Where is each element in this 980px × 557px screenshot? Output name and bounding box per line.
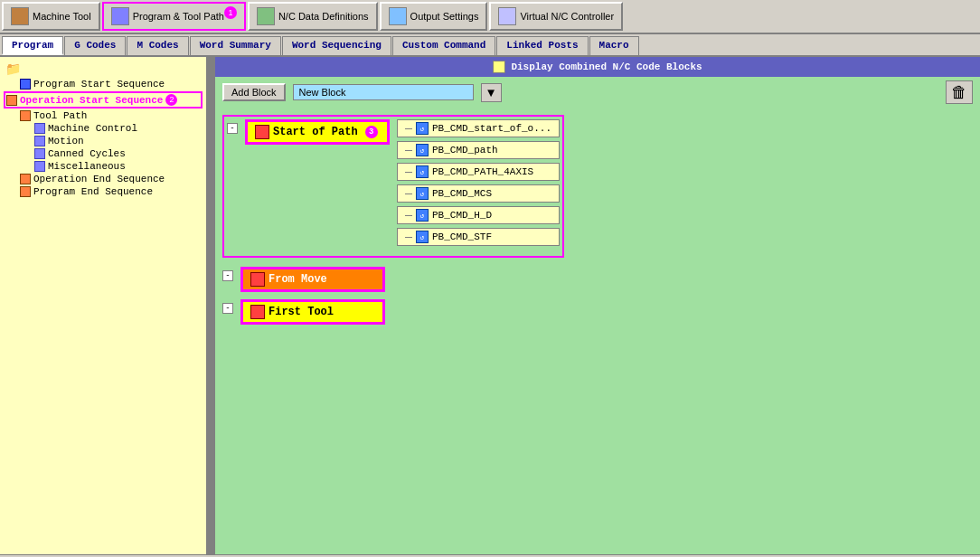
tab-gcodes[interactable]: G Codes [64, 36, 126, 55]
right-toolbar: Add Block ▼ 🗑 [215, 77, 980, 108]
virtual-nc-btn[interactable]: Virtual N/C Controller [489, 2, 623, 31]
tree-motion[interactable]: Motion [33, 135, 203, 147]
output-settings-btn[interactable]: Output Settings [380, 2, 488, 31]
cmd-start-of-o[interactable]: ↺ PB_CMD_start_of_o... [397, 119, 560, 137]
virtual-nc-label: Virtual N/C Controller [520, 11, 614, 22]
canned-cycles-icon [34, 148, 45, 159]
cmd-label-4: PB_CMD_MCS [432, 188, 492, 199]
cmd-stf[interactable]: ↺ PB_CMD_STF [397, 228, 560, 246]
cmd-label-1: PB_CMD_start_of_o... [432, 123, 551, 134]
program-tool-path-badge: 1 [224, 6, 237, 19]
tab-macro[interactable]: Macro [589, 36, 639, 55]
tab-linked-posts[interactable]: Linked Posts [496, 36, 588, 55]
tab-word-sequencing[interactable]: Word Sequencing [282, 36, 391, 55]
start-of-path-label[interactable]: Start of Path 3 [245, 119, 390, 145]
connector-line-3 [405, 172, 412, 173]
tree-operation-start-label: Operation Start Sequence [20, 95, 163, 106]
tab-custom-command[interactable]: Custom Command [392, 36, 495, 55]
tree-tool-path[interactable]: Tool Path [18, 109, 203, 122]
program-tool-path-label: Program & Tool Path [133, 11, 224, 22]
add-block-button[interactable]: Add Block [222, 83, 286, 101]
from-move-label[interactable]: From Move [240, 267, 385, 292]
machine-control-icon [34, 123, 45, 134]
tree-operation-start-highlighted[interactable]: Operation Start Sequence 2 [4, 91, 203, 109]
display-toggle[interactable] [493, 61, 505, 73]
tree-program-end-label: Program End Sequence [33, 186, 153, 197]
tree-canned-cycles[interactable]: Canned Cycles [33, 147, 203, 160]
tree-miscellaneous-label: Miscellaneous [48, 161, 126, 172]
machine-tool-label: Machine Tool [33, 11, 91, 22]
cmd-path[interactable]: ↺ PB_CMD_path [397, 141, 560, 159]
start-of-path-block-icon [255, 125, 269, 139]
tab-word-summary[interactable]: Word Summary [190, 36, 281, 55]
connector-line-2 [405, 150, 412, 151]
tool-path-icon [20, 110, 31, 121]
cmd-mcs[interactable]: ↺ PB_CMD_MCS [397, 184, 560, 203]
cmd-label-6: PB_CMD_STF [432, 231, 492, 242]
miscellaneous-icon [34, 161, 45, 172]
nc-data-label: N/C Data Definitions [278, 11, 369, 22]
panel-splitter[interactable] [208, 57, 215, 554]
tree-operation-end-label: Operation End Sequence [33, 174, 165, 184]
tree-canned-cycles-label: Canned Cycles [48, 148, 126, 159]
cmd-h-d[interactable]: ↺ PB_CMD_H_D [397, 206, 560, 224]
output-settings-label: Output Settings [410, 11, 479, 22]
program-tool-path-icon [111, 7, 129, 25]
machine-tool-btn[interactable]: Machine Tool [2, 2, 100, 31]
connector-line [405, 128, 412, 129]
op-start-icon [6, 95, 17, 106]
first-tool-label[interactable]: First Tool [240, 299, 385, 325]
start-of-path-badge: 3 [365, 126, 378, 138]
tree-motion-label: Motion [48, 136, 84, 146]
folder-icon: 📁 [5, 61, 21, 77]
cmd-icon-6: ↺ [416, 231, 429, 243]
machine-tool-icon [11, 7, 29, 25]
right-header-label: Display Combined N/C Code Blocks [511, 61, 702, 72]
nc-data-icon [257, 7, 275, 25]
new-block-input[interactable] [293, 84, 474, 100]
cmd-label-2: PB_CMD_path [432, 145, 498, 156]
tab-mcodes[interactable]: M Codes [127, 36, 188, 55]
trash-icon: 🗑 [951, 83, 967, 102]
tree-program-start[interactable]: Program Start Sequence [18, 78, 203, 90]
motion-icon [34, 136, 45, 146]
from-move-collapse[interactable]: - [222, 270, 233, 281]
tree-tool-path-label: Tool Path [33, 110, 87, 121]
output-settings-icon [389, 7, 407, 25]
connector-line-5 [405, 215, 412, 216]
connector-line-6 [405, 237, 412, 238]
start-of-path-text: Start of Path [273, 126, 358, 138]
tree-machine-control[interactable]: Machine Control [33, 122, 203, 135]
operation-end-icon [20, 174, 31, 184]
start-of-path-highlight: - Start of Path 3 ↺ PB_CMD_start_of_o... [222, 115, 564, 258]
from-move-section: - From Move [222, 267, 973, 292]
program-end-icon [20, 186, 31, 197]
from-move-block-icon [250, 272, 265, 287]
tree-operation-end[interactable]: Operation End Sequence [18, 173, 203, 185]
from-move-text: From Move [269, 273, 327, 286]
tree-program-end[interactable]: Program End Sequence [18, 185, 203, 198]
cmd-icon-2: ↺ [416, 144, 429, 156]
seq-icon [20, 79, 31, 90]
cmd-label-5: PB_CMD_H_D [432, 210, 492, 221]
tree-program-start-label: Program Start Sequence [33, 79, 165, 90]
main-area: 📁 Program Start Sequence Operation Start… [0, 57, 980, 554]
connector-line-4 [405, 194, 412, 194]
program-tool-path-btn[interactable]: Program & Tool Path 1 [102, 2, 246, 31]
cmd-label-3: PB_CMD_PATH_4AXIS [432, 166, 533, 177]
new-block-dropdown[interactable]: ▼ [481, 83, 502, 102]
cmd-icon-5: ↺ [416, 209, 429, 222]
tree-root[interactable]: 📁 [4, 61, 203, 78]
first-tool-block-icon [250, 305, 265, 319]
delete-button[interactable]: 🗑 [946, 80, 973, 104]
start-of-path-collapse[interactable]: - [227, 123, 238, 134]
cmd-icon-3: ↺ [416, 165, 429, 178]
left-panel: 📁 Program Start Sequence Operation Start… [0, 57, 208, 554]
cmd-path-4axis[interactable]: ↺ PB_CMD_PATH_4AXIS [397, 163, 560, 181]
first-tool-section: - First Tool [222, 299, 973, 325]
start-of-path-commands: ↺ PB_CMD_start_of_o... ↺ PB_CMD_path ↺ P… [397, 119, 560, 246]
first-tool-collapse[interactable]: - [222, 303, 233, 314]
tree-miscellaneous[interactable]: Miscellaneous [33, 160, 203, 173]
nc-data-btn[interactable]: N/C Data Definitions [248, 2, 378, 31]
tab-program[interactable]: Program [2, 36, 63, 55]
